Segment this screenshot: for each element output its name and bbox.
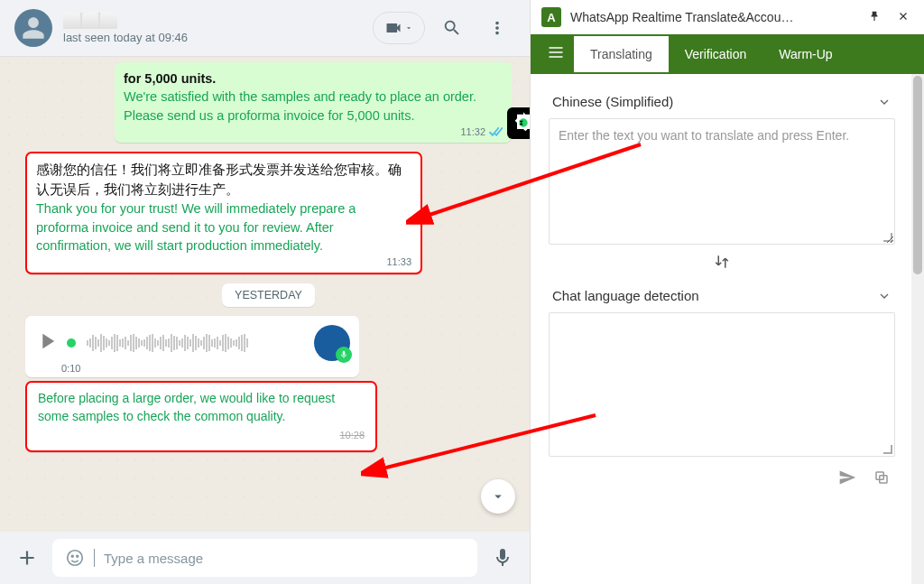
message-text-chinese: 感谢您的信任！我们将立即准备形式发票并发送给您审核。确认无误后，我们将立刻进行生…: [36, 161, 411, 200]
target-language-selector[interactable]: Chat language detection: [549, 283, 895, 312]
chat-header-left: last seen today at 09:46: [14, 9, 188, 47]
svg-point-3: [77, 555, 79, 557]
svg-point-0: [519, 119, 527, 127]
voice-waveform[interactable]: [87, 332, 307, 354]
search-button[interactable]: [434, 10, 470, 46]
pin-button[interactable]: [864, 10, 884, 25]
whatsapp-panel: last seen today at 09:46 for 5,000 units…: [0, 0, 530, 584]
transcription-text: Before placing a large order, we would l…: [38, 391, 335, 423]
extension-titlebar: A WhatsApp Realtime Translate&Accou…: [531, 0, 924, 34]
voice-transcription[interactable]: Before placing a large order, we would l…: [25, 381, 377, 452]
message-outgoing-1[interactable]: for 5,000 units. We're satisfied with th…: [115, 62, 512, 143]
message-text-translated: We're satisfied with the samples and rea…: [124, 88, 503, 125]
source-language-label: Chinese (Simplified): [552, 94, 673, 109]
tab-verification[interactable]: Verification: [669, 36, 762, 72]
emoji-button[interactable]: [65, 548, 85, 568]
copy-button[interactable]: [868, 464, 895, 491]
send-button[interactable]: [834, 464, 861, 491]
message-input-container: [52, 539, 477, 577]
swap-languages-button[interactable]: [549, 245, 895, 283]
action-row: [549, 457, 895, 498]
menu-button[interactable]: [538, 34, 574, 74]
messages-area[interactable]: for 5,000 units. We're satisfied with th…: [0, 57, 530, 532]
date-divider: YESTERDAY: [222, 283, 315, 307]
message-text-bold: for 5,000 units.: [124, 70, 503, 88]
voice-controls: [34, 325, 350, 361]
extension-panel: A WhatsApp Realtime Translate&Accou… Tra…: [530, 0, 924, 584]
chevron-down-icon: [877, 95, 892, 109]
read-receipt-icon: [488, 126, 503, 136]
chat-header: last seen today at 09:46: [0, 0, 530, 57]
voice-position-dot[interactable]: [67, 338, 76, 348]
contact-info[interactable]: last seen today at 09:46: [63, 13, 188, 44]
tab-warmup[interactable]: Warm-Up: [762, 36, 848, 72]
contact-status: last seen today at 09:46: [63, 31, 188, 44]
contact-avatar[interactable]: [14, 9, 52, 47]
voice-duration: 0:10: [34, 363, 350, 374]
extension-title: WhatsApp Realtime Translate&Accou…: [570, 10, 855, 24]
message-timestamp: 11:33: [36, 256, 411, 267]
input-cursor: [94, 549, 95, 567]
svg-point-2: [71, 555, 73, 557]
target-language-label: Chat language detection: [552, 288, 699, 303]
video-call-button[interactable]: [373, 12, 425, 44]
source-language-selector[interactable]: Chinese (Simplified): [549, 88, 895, 118]
voice-sender-avatar: [314, 325, 350, 361]
extension-body: Chinese (Simplified) Enter the text you …: [531, 74, 924, 584]
scrollbar[interactable]: [911, 74, 924, 584]
play-button[interactable]: [34, 329, 60, 357]
translator-badge-icon: [507, 107, 530, 139]
extension-tabs: Translating Verification Warm-Up: [531, 34, 924, 74]
contact-name-redacted: [63, 13, 117, 29]
chat-header-actions: [373, 10, 515, 46]
message-input[interactable]: [104, 551, 465, 566]
source-textarea[interactable]: Enter the text you want to translate and…: [549, 118, 895, 245]
mic-badge-icon: [336, 347, 352, 363]
message-timestamp: 11:32: [124, 126, 503, 137]
mic-button[interactable]: [486, 542, 519, 574]
svg-point-1: [68, 551, 83, 566]
time-label: 11:32: [460, 126, 485, 137]
scroll-down-button[interactable]: [481, 479, 515, 514]
source-placeholder: Enter the text you want to translate and…: [559, 128, 849, 143]
transcription-time: 10:28: [38, 429, 365, 442]
message-text-translated: Thank you for your trust! We will immedi…: [36, 199, 411, 255]
menu-button[interactable]: [479, 10, 515, 46]
voice-message[interactable]: 0:10: [25, 316, 359, 377]
message-incoming-1[interactable]: 感谢您的信任！我们将立即准备形式发票并发送给您审核。确认无误后，我们将立刻进行生…: [25, 152, 422, 274]
chevron-down-icon: [877, 289, 892, 303]
target-textarea[interactable]: [549, 312, 895, 457]
close-button[interactable]: [893, 10, 913, 25]
tab-translating[interactable]: Translating: [574, 36, 669, 72]
extension-logo-icon: A: [541, 7, 561, 27]
message-input-bar: [0, 532, 530, 584]
attach-button[interactable]: [11, 542, 43, 574]
